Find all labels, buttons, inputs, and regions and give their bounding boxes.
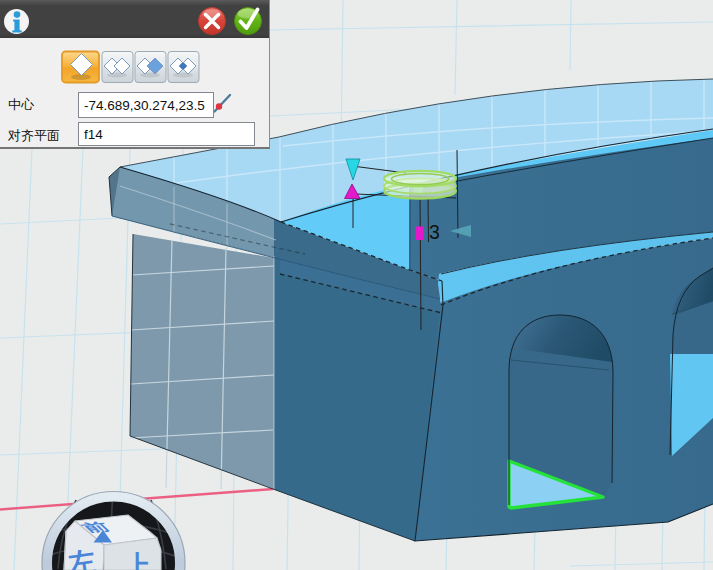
svg-text:上: 上: [123, 551, 151, 570]
svg-text:左: 左: [65, 546, 97, 570]
svg-text:3: 3: [429, 221, 440, 243]
